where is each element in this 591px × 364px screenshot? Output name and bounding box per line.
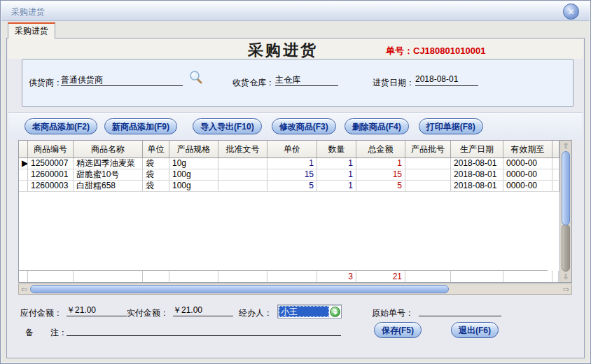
cell-spec: 100g xyxy=(169,181,218,191)
grid-header-name: 商品名称 xyxy=(74,141,143,158)
paid-value: ￥21.00 xyxy=(173,304,233,316)
operator-selected-value[interactable]: 小王 xyxy=(279,306,329,317)
order-number-label: 单号： xyxy=(386,46,413,56)
total-qty: 3 xyxy=(317,271,356,282)
supplier-field[interactable]: 普通供货商 xyxy=(61,74,183,86)
tab-purchase[interactable]: 采购进货 xyxy=(8,22,55,38)
title-bar: 采购进货 ✕ xyxy=(1,1,590,21)
purchase-date-field[interactable]: 2018-08-01 xyxy=(415,74,478,86)
grid-header-unit: 单位 xyxy=(143,141,169,158)
operator-label: 经办人： xyxy=(239,307,272,319)
table-row[interactable]: ▶ 12500007 精选四季油麦菜 袋 10g 1 1 1 2018-08-0… xyxy=(19,158,559,169)
print-receipt-button[interactable]: 打印单据(F8) xyxy=(419,118,483,134)
grid-header-spec: 产品规格 xyxy=(169,141,218,158)
grid-header-row: 商品编号 商品名称 单位 产品规格 批准文号 单价 数量 总金额 产品批号 生产… xyxy=(19,141,559,158)
order-number-value: CJ180801010001 xyxy=(413,46,485,56)
cell-qty: 1 xyxy=(317,158,356,169)
vertical-scrollbar[interactable]: ⇧ ⇩ xyxy=(559,141,571,282)
scroll-down-icon[interactable]: ⇩ xyxy=(560,272,571,282)
app-window: 采购进货 ✕ 采购进货 采购进货 单号：CJ180801010001 供货商： … xyxy=(0,0,591,364)
window-title: 采购进货 xyxy=(11,6,45,18)
purchase-date-label: 进货日期： xyxy=(373,77,415,89)
edit-product-button[interactable]: 修改商品(F3) xyxy=(272,118,336,134)
scroll-left-icon[interactable]: ⇦ xyxy=(19,284,29,295)
cell-qty: 1 xyxy=(317,181,356,191)
remark-label: 备 注： xyxy=(25,327,67,339)
scroll-up-icon[interactable]: ⇧ xyxy=(560,141,571,151)
cell-expiry: 0000-00 xyxy=(503,169,552,180)
grid-columns: 商品编号 商品名称 单位 产品规格 批准文号 单价 数量 总金额 产品批号 生产… xyxy=(19,141,559,282)
order-number: 单号：CJ180801010001 xyxy=(386,45,485,57)
horizontal-scroll-thumb[interactable] xyxy=(30,285,449,293)
scroll-right-icon[interactable]: ⇨ xyxy=(561,284,571,295)
cell-batch xyxy=(405,181,451,191)
toolbar: 老商品添加(F2) 新商品添加(F9) 导入导出(F10) 修改商品(F3) 删… xyxy=(8,113,583,139)
add-new-product-button[interactable]: 新商品添加(F9) xyxy=(104,118,177,134)
cell-unit: 袋 xyxy=(143,169,169,180)
cell-amount: 15 xyxy=(356,169,405,180)
cell-unit: 袋 xyxy=(143,181,169,191)
cell-approval xyxy=(218,158,267,169)
cell-amount: 1 xyxy=(356,158,405,169)
warehouse-field[interactable]: 主仓库 xyxy=(275,74,338,86)
delete-product-button[interactable]: 删除商品(F4) xyxy=(345,118,409,134)
cell-qty: 1 xyxy=(317,169,356,180)
payable-label: 应付金额： xyxy=(20,307,62,319)
cell-approval xyxy=(218,169,267,180)
cell-expiry: 0000-00 xyxy=(503,158,552,169)
page-header: 采购进货 单号：CJ180801010001 xyxy=(8,38,583,59)
close-icon[interactable]: ✕ xyxy=(563,4,579,20)
table-row[interactable]: 12600001 甜脆蜜10号 袋 100g 15 1 15 2018-08-0… xyxy=(19,169,559,181)
cell-code: 12600001 xyxy=(28,169,74,180)
total-amount: 21 xyxy=(356,271,405,282)
add-old-product-button[interactable]: 老商品添加(F2) xyxy=(25,118,97,134)
cell-code: 12600003 xyxy=(28,181,74,191)
supplier-panel: 供货商： 普通供货商 收货仓库： 主仓库 进货日期： 2018-08-01 xyxy=(22,59,573,107)
cell-code: 12500007 xyxy=(28,158,74,169)
search-icon[interactable] xyxy=(188,69,204,88)
combo-dropdown-icon[interactable] xyxy=(330,307,340,317)
cell-name: 甜脆蜜10号 xyxy=(74,169,143,180)
table-row[interactable]: 12600003 白甜糯658 袋 100g 5 1 5 2018-08-01 … xyxy=(19,181,559,192)
warehouse-label: 收货仓库： xyxy=(232,77,274,89)
tab-control: 采购进货 采购进货 单号：CJ180801010001 供货商： 普通供货商 xyxy=(6,22,585,358)
cell-prod-date: 2018-08-01 xyxy=(451,158,503,169)
grid-header-amount: 总金额 xyxy=(356,141,405,158)
payable-value: ￥21.00 xyxy=(67,304,127,316)
cell-unit: 袋 xyxy=(143,158,169,169)
cell-spec: 100g xyxy=(169,169,218,180)
horizontal-scrollbar[interactable]: ⇦ ⇨ xyxy=(18,284,572,295)
grid-header-marker xyxy=(19,141,28,158)
grid-header-code: 商品编号 xyxy=(28,141,74,158)
operator-combobox[interactable]: 小王 xyxy=(277,304,342,318)
cell-batch xyxy=(405,158,451,169)
cell-name: 精选四季油麦菜 xyxy=(74,158,143,169)
cell-price: 5 xyxy=(267,181,317,191)
grid-header-expiry: 有效期至 xyxy=(503,141,552,158)
import-export-button[interactable]: 导入导出(F10) xyxy=(193,118,262,134)
vertical-scroll-thumb[interactable] xyxy=(562,151,570,225)
original-order-label: 原始单号： xyxy=(372,307,414,319)
vertical-scroll-track[interactable] xyxy=(562,224,570,272)
cell-price: 15 xyxy=(267,169,317,180)
remark-field[interactable] xyxy=(67,324,341,336)
cell-spec: 10g xyxy=(169,158,218,169)
page-body: 采购进货 单号：CJ180801010001 供货商： 普通供货商 收货仓库： … xyxy=(6,38,585,358)
cell-name: 白甜糯658 xyxy=(74,181,143,191)
paid-label: 实付金额： xyxy=(127,307,169,319)
cell-price: 1 xyxy=(267,158,317,169)
totals-row: 3 21 xyxy=(19,270,548,282)
grid-header-prod-date: 生产日期 xyxy=(451,141,503,158)
supplier-label: 供货商： xyxy=(29,77,62,89)
cell-batch xyxy=(405,169,451,180)
save-button[interactable]: 保存(F5) xyxy=(374,322,422,338)
cell-expiry: 0000-00 xyxy=(503,181,552,191)
grid-header-approval: 批准文号 xyxy=(218,141,267,158)
original-order-field[interactable] xyxy=(419,304,501,316)
exit-button[interactable]: 退出(F6) xyxy=(451,322,499,338)
grid-header-price: 单价 xyxy=(267,141,317,158)
cell-prod-date: 2018-08-01 xyxy=(451,181,503,191)
grid-header-clipped xyxy=(552,141,559,158)
grid-header-qty: 数量 xyxy=(317,141,356,158)
cell-approval xyxy=(218,181,267,191)
